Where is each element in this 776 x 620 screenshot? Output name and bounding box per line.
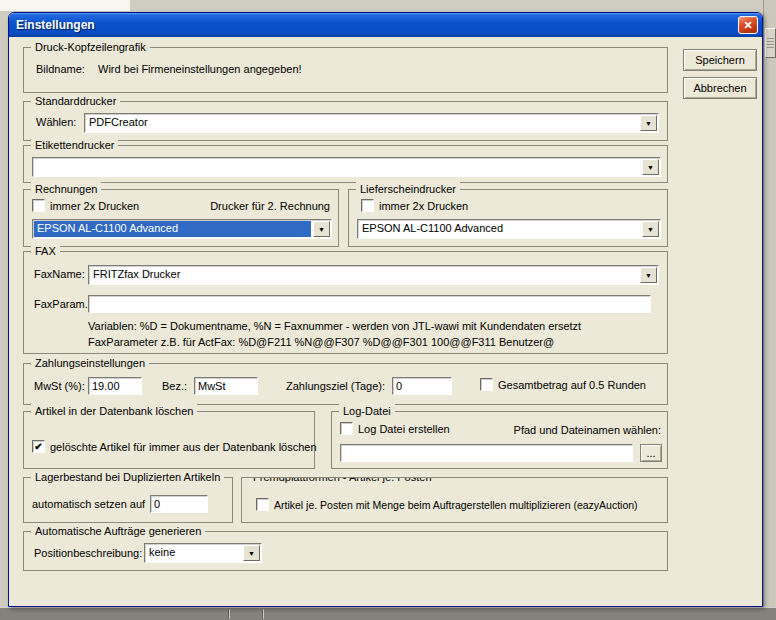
- delete-articles-label: gelöschte Artikel für immer aus der Date…: [50, 441, 317, 453]
- round-total-label: Gesamtbetrag auf 0.5 Runden: [498, 379, 646, 391]
- group-fax-title: FAX: [31, 244, 60, 258]
- second-invoice-printer-label: Drucker für 2. Rechnung: [210, 200, 330, 212]
- label-printer-combo-value[interactable]: [33, 158, 641, 176]
- group-auto-orders: Automatische Aufträge generieren Positio…: [23, 531, 668, 571]
- group-log-file: Log-Datei Log Datei erstellen Pfad und D…: [331, 411, 668, 469]
- cancel-button[interactable]: Abbrechen: [683, 77, 757, 99]
- checkbox-box[interactable]: [340, 422, 353, 435]
- faxname-combo[interactable]: FRITZfax Drucker ▼: [88, 265, 659, 285]
- browse-button[interactable]: ...: [640, 444, 662, 462]
- invoice-printer-combo-value[interactable]: EPSON AL-C1100 Advanced: [34, 221, 311, 237]
- group-stock-duplicated-title: Lagerbestand bei Duplizierten Artikeln: [31, 470, 224, 484]
- faxname-combo-value[interactable]: FRITZfax Drucker: [89, 266, 639, 284]
- status-bar-divider: [228, 609, 230, 619]
- stock-auto-set-label: automatisch setzen auf: [32, 498, 145, 510]
- group-payment-settings: Zahlungseinstellungen MwSt (%): Bez.: Za…: [23, 363, 668, 405]
- group-delivery-printer-title: Lieferscheindrucker: [356, 182, 460, 196]
- payment-due-label: Zahlungsziel (Tage):: [286, 380, 385, 392]
- delivery-printer-combo[interactable]: EPSON AL-C1100 Advanced ▼: [357, 219, 661, 239]
- group-print-header-graphic: Druck-Kopfzeilengrafik Bildname: Wird be…: [23, 47, 668, 93]
- invoices-print-twice-label: immer 2x Drucken: [50, 200, 139, 212]
- combo-dropdown-button[interactable]: ▼: [640, 115, 657, 131]
- create-log-label: Log Datei erstellen: [358, 423, 450, 435]
- group-invoices-title: Rechnungen: [31, 182, 101, 196]
- group-label-printer: Etikettendrucker ▼: [23, 145, 668, 183]
- default-printer-combo-value[interactable]: PDFCreator: [85, 114, 639, 132]
- bildname-value: Wird bei Firmeneinstellungen angegeben!: [98, 63, 302, 75]
- vat-label: MwSt (%):: [34, 380, 85, 392]
- group-fax: FAX FaxName: FRITZfax Drucker ▼ FaxParam…: [23, 251, 668, 354]
- checkbox-box[interactable]: [480, 378, 493, 391]
- position-description-combo[interactable]: keine ▼: [144, 543, 262, 563]
- waehlen-label: Wählen:: [36, 116, 76, 128]
- payment-due-input[interactable]: [392, 377, 452, 395]
- group-label-printer-title: Etikettendrucker: [31, 138, 118, 152]
- group-platforms-title: Fremdplattformen - Artikel je. Posten: [249, 477, 436, 484]
- faxname-label: FaxName:: [34, 268, 85, 280]
- combo-dropdown-button[interactable]: ▼: [642, 159, 659, 175]
- position-description-combo-value[interactable]: keine: [145, 544, 242, 562]
- close-icon: ✕: [743, 20, 752, 31]
- fax-help-line-2: FaxParameter z.B. für ActFax: %D@F211 %N…: [88, 336, 554, 348]
- checkbox-box[interactable]: [32, 199, 45, 212]
- fax-help-line-1: Variablen: %D = Dokumentname, %N = Faxnu…: [88, 320, 581, 332]
- group-delivery-note-printer: Lieferscheindrucker immer 2x Drucken EPS…: [348, 189, 668, 247]
- background-status-bar: [0, 607, 776, 620]
- status-bar-divider: [262, 609, 264, 619]
- faxparam-label: FaxParam.:: [34, 298, 91, 310]
- group-print-header-title: Druck-Kopfzeilengrafik: [31, 40, 150, 54]
- delete-articles-checkbox[interactable]: ✔ gelöschte Artikel für immer aus der Da…: [32, 440, 317, 453]
- label-printer-combo[interactable]: ▼: [32, 157, 661, 177]
- delivery-print-twice-checkbox[interactable]: immer 2x Drucken: [361, 199, 468, 212]
- position-description-label: Positionbeschreibung:: [34, 547, 142, 559]
- delivery-printer-combo-value[interactable]: EPSON AL-C1100 Advanced: [358, 220, 641, 238]
- settings-dialog: Einstellungen ✕ Druck-Kopfzeilengrafik B…: [8, 12, 763, 607]
- invoice-printer-combo[interactable]: EPSON AL-C1100 Advanced ▼: [32, 219, 332, 239]
- delivery-print-twice-label: immer 2x Drucken: [379, 200, 468, 212]
- group-default-printer-title: Standarddrucker: [31, 94, 120, 108]
- chevron-down-icon: ▼: [647, 226, 654, 233]
- group-delete-articles: Artikel in der Datenbank löschen ✔ gelös…: [23, 411, 315, 469]
- chevron-down-icon: ▼: [645, 120, 652, 127]
- group-log-file-title: Log-Datei: [339, 404, 395, 418]
- combo-dropdown-button[interactable]: ▼: [243, 545, 260, 561]
- bildname-label: Bildname:: [36, 63, 85, 75]
- title-bar[interactable]: Einstellungen ✕: [9, 13, 762, 37]
- multiply-quantity-checkbox[interactable]: Artikel je. Posten mit Menge beim Auftra…: [256, 498, 638, 511]
- round-total-checkbox[interactable]: Gesamtbetrag auf 0.5 Runden: [480, 378, 646, 391]
- chevron-down-icon: ▼: [645, 272, 652, 279]
- default-printer-combo[interactable]: PDFCreator ▼: [84, 113, 659, 133]
- group-default-printer: Standarddrucker Wählen: PDFCreator ▼: [23, 101, 668, 141]
- checkbox-box[interactable]: ✔: [32, 440, 45, 453]
- multiply-quantity-label: Artikel je. Posten mit Menge beim Auftra…: [274, 499, 638, 511]
- group-auto-orders-title: Automatische Aufträge generieren: [31, 524, 205, 538]
- invoices-print-twice-checkbox[interactable]: immer 2x Drucken: [32, 199, 139, 212]
- create-log-checkbox[interactable]: Log Datei erstellen: [340, 422, 450, 435]
- combo-dropdown-button[interactable]: ▼: [640, 267, 657, 283]
- vat-name-input[interactable]: [194, 377, 258, 395]
- log-path-input[interactable]: [340, 444, 633, 462]
- group-invoices: Rechnungen immer 2x Drucken Drucker für …: [23, 189, 339, 247]
- group-delete-articles-title: Artikel in der Datenbank löschen: [31, 404, 197, 418]
- chevron-down-icon: ▼: [647, 164, 654, 171]
- stock-auto-set-input[interactable]: [150, 495, 208, 513]
- background-window-strip: [0, 0, 130, 11]
- faxparam-input[interactable]: [88, 295, 651, 313]
- close-button[interactable]: ✕: [738, 16, 758, 34]
- log-path-label: Pfad und Dateinamen wählen:: [514, 424, 661, 436]
- group-platforms: Fremdplattformen - Artikel je. Posten Ar…: [241, 477, 668, 523]
- window-title: Einstellungen: [16, 18, 738, 32]
- background-scrollbar[interactable]: [763, 0, 776, 607]
- chevron-down-icon: ▼: [248, 550, 255, 557]
- group-payment-title: Zahlungseinstellungen: [31, 356, 149, 370]
- combo-dropdown-button[interactable]: ▼: [642, 221, 659, 237]
- check-icon: ✔: [34, 442, 42, 452]
- scrollbar-grip-icon: [767, 38, 774, 49]
- scrollbar-thumb[interactable]: [765, 28, 776, 58]
- combo-dropdown-button[interactable]: ▼: [313, 221, 330, 237]
- checkbox-box[interactable]: [361, 199, 374, 212]
- vat-input[interactable]: [88, 377, 142, 395]
- save-button[interactable]: Speichern: [683, 49, 757, 71]
- checkbox-box[interactable]: [256, 498, 269, 511]
- group-stock-duplicated: Lagerbestand bei Duplizierten Artikeln a…: [23, 477, 233, 523]
